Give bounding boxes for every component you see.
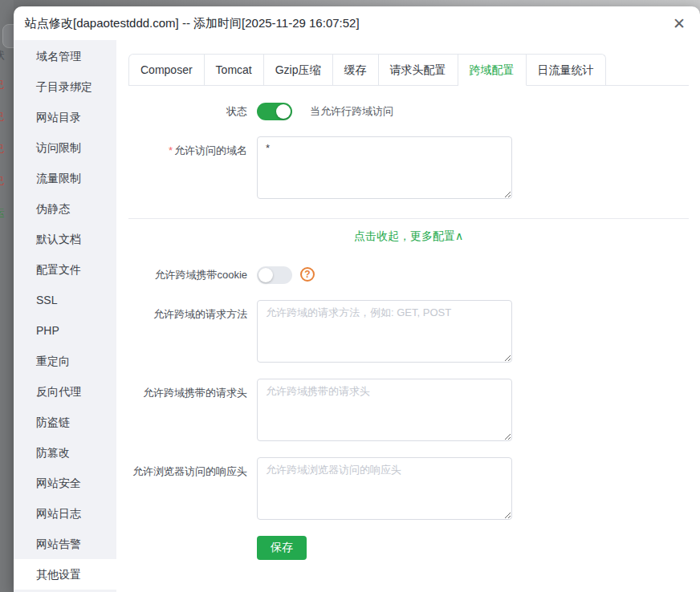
save-button[interactable]: 保存 (257, 536, 307, 560)
dialog-title: 站点修改[dapaotestddd.com] -- 添加时间[2025-11-2… (25, 16, 360, 31)
sidebar-item[interactable]: 其他设置 (14, 559, 116, 590)
section-divider (128, 218, 689, 219)
tabs-header: Composer Tomcat Gzip压缩 缓存 请求头配置 跨域配置 日流量… (128, 54, 689, 86)
sidebar-item[interactable]: 子目录绑定 (14, 71, 116, 102)
sidebar-item[interactable]: 防盗链 (14, 407, 116, 437)
sidebar-item[interactable]: 流量限制 (14, 163, 116, 193)
backdrop-text-fragment: 运 (0, 208, 5, 219)
status-label: 状态 (128, 103, 257, 120)
sidebar-item[interactable]: 网站日志 (14, 498, 116, 529)
status-hint: 当允许行跨域访问 (310, 103, 393, 120)
tab[interactable]: Tomcat (205, 55, 264, 86)
sidebar-item[interactable]: 重定向 (14, 346, 116, 376)
dialog-titlebar: 站点修改[dapaotestddd.com] -- 添加时间[2025-11-2… (14, 6, 700, 40)
request-headers-row: 允许跨域携带的请求头 (128, 379, 689, 441)
methods-label: 允许跨域的请求方法 (128, 300, 257, 363)
close-icon[interactable]: ✕ (669, 14, 689, 33)
collapse-more-config-link[interactable]: 点击收起，更多配置∧ (128, 229, 689, 244)
allowed-domains-row: *允许访问的域名 * (128, 136, 689, 199)
backdrop-text-fragment: 已 (0, 144, 5, 155)
methods-textarea[interactable] (257, 300, 512, 363)
toggle-knob (276, 104, 291, 119)
sidebar-item[interactable]: 伪静态 (14, 193, 116, 224)
sidebar-item[interactable]: PHP (14, 315, 116, 346)
help-question-icon[interactable]: ? (300, 267, 315, 282)
request-headers-textarea[interactable] (257, 379, 512, 441)
tabs-group: Composer Tomcat Gzip压缩 缓存 请求头配置 跨域配置 日流量… (128, 54, 606, 86)
background-button-fragment (2, 24, 14, 48)
response-headers-label: 允许浏览器访问的响应头 (128, 457, 257, 520)
sidebar-item[interactable]: 网站告警 (14, 529, 116, 559)
cors-config-form: 状态 当允许行跨域访问 *允许访问的域名 * 点击收起，更多配置∧ 允许跨域携带… (128, 103, 689, 560)
tab[interactable]: 请求头配置 (379, 55, 458, 86)
sidebar-item[interactable]: 默认文档 (14, 224, 116, 254)
cookie-toggle[interactable] (257, 266, 292, 284)
required-star: * (169, 144, 173, 156)
backdrop-text-fragment: 已 (0, 176, 5, 187)
sidebar-item[interactable]: 域名管理 (14, 41, 116, 71)
site-settings-dialog: 站点修改[dapaotestddd.com] -- 添加时间[2025-11-2… (14, 6, 700, 592)
cookie-row: 允许跨域携带cookie ? (128, 266, 689, 284)
tab[interactable]: 日流量统计 (527, 55, 605, 86)
backdrop-text-fragment: 状 (0, 50, 5, 61)
tab[interactable]: Gzip压缩 (264, 55, 333, 86)
sidebar-item[interactable]: 反向代理 (14, 376, 116, 407)
toggle-knob (258, 268, 273, 282)
sidebar-item[interactable]: 访问限制 (14, 132, 116, 163)
response-headers-row: 允许浏览器访问的响应头 (128, 457, 689, 520)
allowed-domains-label: *允许访问的域名 (128, 136, 257, 199)
main-panel: Composer Tomcat Gzip压缩 缓存 请求头配置 跨域配置 日流量… (116, 40, 700, 592)
cookie-label: 允许跨域携带cookie (128, 266, 257, 284)
save-row: 保存 (128, 536, 689, 560)
dialog-body: 域名管理 子目录绑定 网站目录 访问限制 流量限制 伪静态 默认文档 配置文件 … (14, 40, 700, 592)
sidebar-item[interactable]: SSL (14, 285, 116, 315)
allowed-domains-textarea[interactable]: * (257, 136, 512, 199)
response-headers-textarea[interactable] (257, 457, 512, 520)
sidebar-item[interactable]: 网站安全 (14, 468, 116, 498)
sidebar-item[interactable]: 网站目录 (14, 102, 116, 132)
tab[interactable]: 缓存 (333, 55, 379, 86)
methods-row: 允许跨域的请求方法 (128, 300, 689, 363)
status-toggle[interactable] (257, 103, 292, 120)
page-backdrop: 状已已已已运 (0, 0, 14, 592)
tab[interactable]: Composer (129, 55, 205, 86)
settings-sidebar: 域名管理 子目录绑定 网站目录 访问限制 流量限制 伪静态 默认文档 配置文件 … (14, 40, 116, 592)
status-row: 状态 当允许行跨域访问 (128, 103, 689, 120)
sidebar-item[interactable]: 配置文件 (14, 254, 116, 285)
request-headers-label: 允许跨域携带的请求头 (128, 379, 257, 441)
tab[interactable]: 跨域配置 (458, 55, 527, 86)
backdrop-text-fragment: 已 (0, 112, 5, 123)
backdrop-text-fragment: 已 (0, 79, 5, 91)
sidebar-item[interactable]: 防篡改 (14, 437, 116, 468)
save-row-spacer (128, 536, 257, 560)
